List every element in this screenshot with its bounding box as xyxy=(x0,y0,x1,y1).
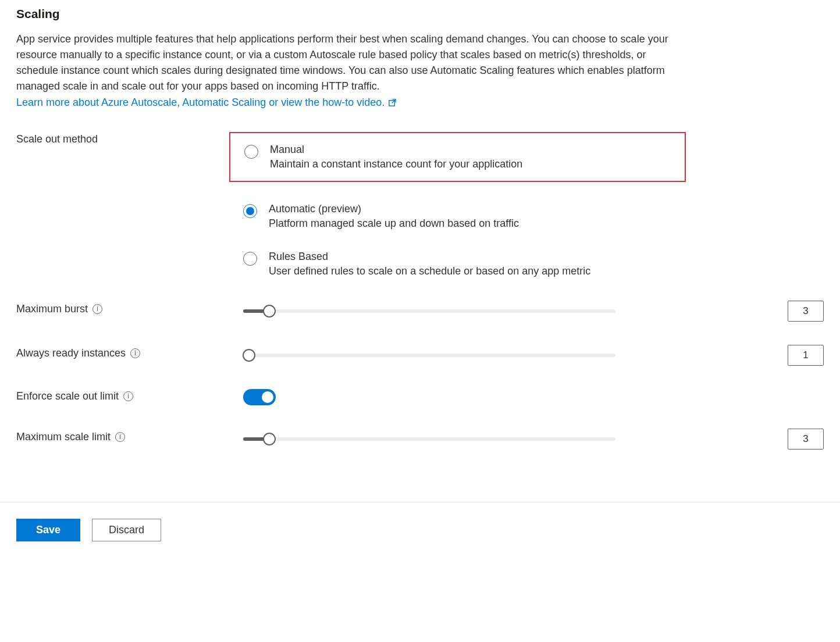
section-heading: Scaling xyxy=(16,7,824,21)
radio-option-manual[interactable]: Manual Maintain a constant instance coun… xyxy=(244,144,677,170)
enforce-limit-label: Enforce scale out limit xyxy=(16,390,119,402)
slider-track xyxy=(243,309,615,313)
learn-more-link[interactable]: Learn more about Azure Autoscale, Automa… xyxy=(16,97,397,109)
info-icon[interactable]: i xyxy=(115,432,125,442)
enforce-limit-toggle[interactable] xyxy=(243,389,276,405)
maximum-burst-slider[interactable] xyxy=(243,304,615,318)
maximum-burst-label: Maximum burst xyxy=(16,303,88,315)
learn-more-text: Learn more about Azure Autoscale, Automa… xyxy=(16,97,385,109)
radio-icon xyxy=(243,204,257,218)
info-icon[interactable]: i xyxy=(92,304,102,314)
slider-thumb[interactable] xyxy=(243,349,255,362)
always-ready-label: Always ready instances xyxy=(16,347,126,359)
radio-desc: Maintain a constant instance count for y… xyxy=(270,158,522,170)
maximum-burst-input[interactable] xyxy=(788,301,824,322)
slider-thumb[interactable] xyxy=(263,305,276,318)
always-ready-slider[interactable] xyxy=(243,348,615,362)
radio-title: Rules Based xyxy=(269,251,590,263)
external-link-icon xyxy=(388,98,397,107)
radio-icon xyxy=(244,145,258,159)
scale-out-method-radio-group: Manual Maintain a constant instance coun… xyxy=(243,132,824,277)
manual-option-highlight: Manual Maintain a constant instance coun… xyxy=(229,132,686,182)
info-icon[interactable]: i xyxy=(123,391,133,401)
max-scale-limit-input[interactable] xyxy=(788,429,824,450)
radio-option-automatic[interactable]: Automatic (preview) Platform managed sca… xyxy=(243,203,824,230)
toggle-knob xyxy=(262,391,273,403)
slider-track xyxy=(243,437,615,441)
discard-button[interactable]: Discard xyxy=(92,519,161,541)
radio-option-rules[interactable]: Rules Based User defined rules to scale … xyxy=(243,251,824,277)
slider-thumb[interactable] xyxy=(263,433,276,445)
radio-desc: User defined rules to scale on a schedul… xyxy=(269,265,590,277)
radio-title: Automatic (preview) xyxy=(269,203,519,215)
radio-title: Manual xyxy=(270,144,522,156)
scale-out-method-label: Scale out method xyxy=(16,132,243,145)
slider-track xyxy=(243,354,615,357)
footer-actions: Save Discard xyxy=(0,502,840,553)
info-icon[interactable]: i xyxy=(130,348,140,358)
max-scale-limit-slider[interactable] xyxy=(243,432,615,446)
radio-icon xyxy=(243,252,257,266)
radio-desc: Platform managed scale up and down based… xyxy=(269,217,519,230)
section-description: App service provides multiple features t… xyxy=(16,31,679,94)
always-ready-input[interactable] xyxy=(788,345,824,366)
max-scale-limit-label: Maximum scale limit xyxy=(16,431,111,443)
save-button[interactable]: Save xyxy=(16,519,80,541)
